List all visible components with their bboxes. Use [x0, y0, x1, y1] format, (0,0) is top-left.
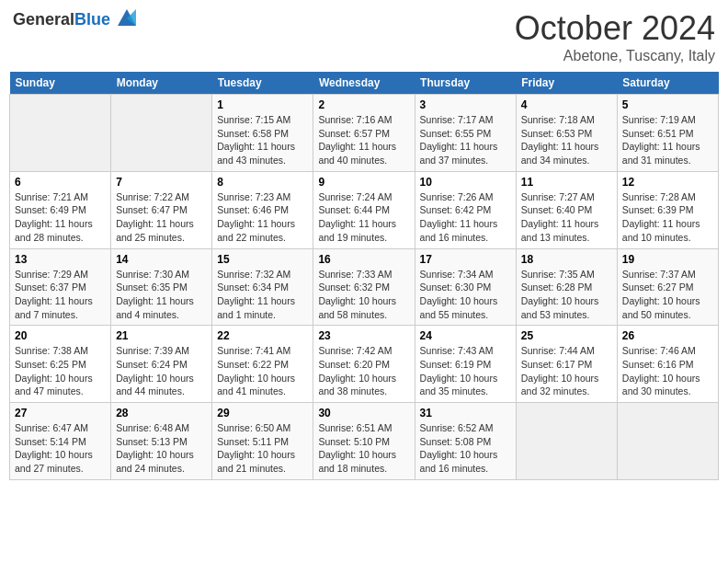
day-number: 18 [521, 253, 612, 266]
day-info: Sunrise: 7:18 AM Sunset: 6:53 PM Dayligh… [521, 113, 612, 167]
calendar-cell: 16Sunrise: 7:33 AM Sunset: 6:32 PM Dayli… [313, 248, 415, 326]
day-info: Sunrise: 7:24 AM Sunset: 6:44 PM Dayligh… [318, 190, 409, 245]
day-info: Sunrise: 7:19 AM Sunset: 6:51 PM Dayligh… [622, 113, 713, 167]
calendar-cell: 1Sunrise: 7:15 AM Sunset: 6:58 PM Daylig… [212, 95, 313, 172]
calendar-cell: 3Sunrise: 7:17 AM Sunset: 6:55 PM Daylig… [415, 95, 516, 172]
day-number: 2 [318, 98, 409, 111]
day-number: 15 [217, 253, 308, 266]
calendar-cell: 27Sunrise: 6:47 AM Sunset: 5:14 PM Dayli… [10, 403, 111, 480]
calendar-cell: 2Sunrise: 7:16 AM Sunset: 6:57 PM Daylig… [313, 95, 415, 172]
day-info: Sunrise: 7:21 AM Sunset: 6:49 PM Dayligh… [15, 190, 106, 245]
day-number: 11 [521, 176, 612, 189]
day-number: 27 [15, 407, 106, 419]
calendar-cell [111, 95, 212, 172]
page-header: GeneralBlue October 2024 Abetone, Tuscan… [9, 9, 719, 64]
day-info: Sunrise: 7:16 AM Sunset: 6:57 PM Dayligh… [318, 113, 409, 167]
calendar-cell [617, 403, 718, 480]
day-info: Sunrise: 7:46 AM Sunset: 6:16 PM Dayligh… [622, 344, 713, 398]
day-info: Sunrise: 7:34 AM Sunset: 6:30 PM Dayligh… [420, 268, 511, 322]
day-header-monday: Monday [111, 72, 212, 95]
day-info: Sunrise: 7:22 AM Sunset: 6:47 PM Dayligh… [116, 190, 207, 245]
calendar-cell: 4Sunrise: 7:18 AM Sunset: 6:53 PM Daylig… [516, 95, 617, 172]
day-number: 26 [622, 329, 713, 342]
calendar-week-3: 13Sunrise: 7:29 AM Sunset: 6:37 PM Dayli… [10, 248, 719, 326]
calendar-cell: 17Sunrise: 7:34 AM Sunset: 6:30 PM Dayli… [415, 248, 516, 326]
calendar-cell: 6Sunrise: 7:21 AM Sunset: 6:49 PM Daylig… [10, 171, 111, 248]
calendar-week-1: 1Sunrise: 7:15 AM Sunset: 6:58 PM Daylig… [10, 95, 719, 172]
day-info: Sunrise: 7:26 AM Sunset: 6:42 PM Dayligh… [420, 190, 511, 245]
calendar-title: October 2024 [515, 9, 715, 48]
day-header-wednesday: Wednesday [313, 72, 415, 95]
calendar-cell: 11Sunrise: 7:27 AM Sunset: 6:40 PM Dayli… [516, 171, 617, 248]
calendar-cell: 9Sunrise: 7:24 AM Sunset: 6:44 PM Daylig… [313, 171, 415, 248]
calendar-cell: 21Sunrise: 7:39 AM Sunset: 6:24 PM Dayli… [111, 326, 212, 403]
day-info: Sunrise: 6:48 AM Sunset: 5:13 PM Dayligh… [116, 421, 207, 476]
day-number: 7 [116, 176, 207, 189]
calendar-cell: 10Sunrise: 7:26 AM Sunset: 6:42 PM Dayli… [415, 171, 516, 248]
day-info: Sunrise: 7:43 AM Sunset: 6:19 PM Dayligh… [420, 344, 511, 398]
day-number: 3 [420, 98, 511, 111]
day-info: Sunrise: 7:30 AM Sunset: 6:35 PM Dayligh… [116, 268, 207, 322]
calendar-location: Abetone, Tuscany, Italy [515, 48, 715, 64]
day-number: 1 [217, 98, 308, 111]
calendar-cell: 8Sunrise: 7:23 AM Sunset: 6:46 PM Daylig… [212, 171, 313, 248]
calendar-cell: 23Sunrise: 7:42 AM Sunset: 6:20 PM Dayli… [313, 326, 415, 403]
day-info: Sunrise: 6:51 AM Sunset: 5:10 PM Dayligh… [318, 421, 409, 476]
calendar-cell: 28Sunrise: 6:48 AM Sunset: 5:13 PM Dayli… [111, 403, 212, 480]
day-number: 28 [116, 407, 207, 419]
day-info: Sunrise: 7:33 AM Sunset: 6:32 PM Dayligh… [318, 268, 409, 322]
day-header-sunday: Sunday [10, 72, 111, 95]
calendar-cell [516, 403, 617, 480]
day-info: Sunrise: 7:15 AM Sunset: 6:58 PM Dayligh… [217, 113, 308, 167]
day-number: 17 [420, 253, 511, 266]
calendar-cell: 30Sunrise: 6:51 AM Sunset: 5:10 PM Dayli… [313, 403, 415, 480]
day-number: 20 [15, 329, 106, 342]
calendar-cell: 29Sunrise: 6:50 AM Sunset: 5:11 PM Dayli… [212, 403, 313, 480]
calendar-cell: 25Sunrise: 7:44 AM Sunset: 6:17 PM Dayli… [516, 326, 617, 403]
day-info: Sunrise: 7:39 AM Sunset: 6:24 PM Dayligh… [116, 344, 207, 398]
calendar-cell: 26Sunrise: 7:46 AM Sunset: 6:16 PM Dayli… [617, 326, 718, 403]
day-info: Sunrise: 7:37 AM Sunset: 6:27 PM Dayligh… [622, 268, 713, 322]
day-info: Sunrise: 7:23 AM Sunset: 6:46 PM Dayligh… [217, 190, 308, 245]
calendar-week-4: 20Sunrise: 7:38 AM Sunset: 6:25 PM Dayli… [10, 326, 719, 403]
calendar-cell: 15Sunrise: 7:32 AM Sunset: 6:34 PM Dayli… [212, 248, 313, 326]
logo: GeneralBlue [13, 9, 140, 31]
calendar-cell: 22Sunrise: 7:41 AM Sunset: 6:22 PM Dayli… [212, 326, 313, 403]
day-number: 4 [521, 98, 612, 111]
day-header-tuesday: Tuesday [212, 72, 313, 95]
day-number: 6 [15, 176, 106, 189]
day-number: 21 [116, 329, 207, 342]
calendar-cell: 13Sunrise: 7:29 AM Sunset: 6:37 PM Dayli… [10, 248, 111, 326]
day-number: 9 [318, 176, 409, 189]
day-number: 13 [15, 253, 106, 266]
day-number: 31 [420, 407, 511, 419]
calendar-cell: 14Sunrise: 7:30 AM Sunset: 6:35 PM Dayli… [111, 248, 212, 326]
day-info: Sunrise: 7:32 AM Sunset: 6:34 PM Dayligh… [217, 268, 308, 322]
calendar-header-row: SundayMondayTuesdayWednesdayThursdayFrid… [10, 72, 719, 95]
day-header-friday: Friday [516, 72, 617, 95]
day-info: Sunrise: 7:42 AM Sunset: 6:20 PM Dayligh… [318, 344, 409, 398]
day-header-saturday: Saturday [617, 72, 718, 95]
calendar-cell: 24Sunrise: 7:43 AM Sunset: 6:19 PM Dayli… [415, 326, 516, 403]
day-number: 24 [420, 329, 511, 342]
calendar-cell: 18Sunrise: 7:35 AM Sunset: 6:28 PM Dayli… [516, 248, 617, 326]
day-info: Sunrise: 7:28 AM Sunset: 6:39 PM Dayligh… [622, 190, 713, 245]
calendar-cell: 31Sunrise: 6:52 AM Sunset: 5:08 PM Dayli… [415, 403, 516, 480]
calendar-cell: 7Sunrise: 7:22 AM Sunset: 6:47 PM Daylig… [111, 171, 212, 248]
logo-general-text: General [13, 10, 74, 29]
day-header-thursday: Thursday [415, 72, 516, 95]
day-number: 23 [318, 329, 409, 342]
calendar-cell: 20Sunrise: 7:38 AM Sunset: 6:25 PM Dayli… [10, 326, 111, 403]
day-number: 19 [622, 253, 713, 266]
day-info: Sunrise: 7:41 AM Sunset: 6:22 PM Dayligh… [217, 344, 308, 398]
day-number: 10 [420, 176, 511, 189]
calendar-cell: 5Sunrise: 7:19 AM Sunset: 6:51 PM Daylig… [617, 95, 718, 172]
calendar-week-2: 6Sunrise: 7:21 AM Sunset: 6:49 PM Daylig… [10, 171, 719, 248]
calendar-week-5: 27Sunrise: 6:47 AM Sunset: 5:14 PM Dayli… [10, 403, 719, 480]
day-info: Sunrise: 7:44 AM Sunset: 6:17 PM Dayligh… [521, 344, 612, 398]
day-info: Sunrise: 7:29 AM Sunset: 6:37 PM Dayligh… [15, 268, 106, 322]
day-number: 29 [217, 407, 308, 419]
logo-icon [114, 6, 140, 31]
day-info: Sunrise: 6:47 AM Sunset: 5:14 PM Dayligh… [15, 421, 106, 476]
day-info: Sunrise: 7:35 AM Sunset: 6:28 PM Dayligh… [521, 268, 612, 322]
